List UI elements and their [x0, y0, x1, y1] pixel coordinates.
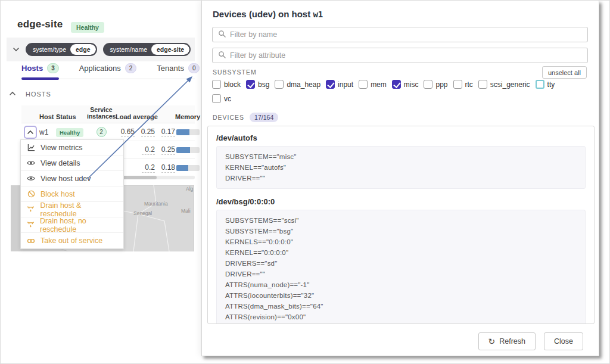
filter-by-attribute-input[interactable]: Filter by attribute	[212, 48, 588, 63]
subsystem-checkbox-dma_heap[interactable]: dma_heap	[275, 80, 320, 89]
checkbox[interactable]	[246, 80, 255, 89]
chevron-up-icon[interactable]	[9, 89, 16, 99]
map-label: Alg	[186, 186, 194, 192]
checkbox[interactable]	[453, 80, 462, 89]
tab-label: Tenants	[157, 64, 184, 73]
udev-drawer: Devices (udev) on host w1 Filter by name…	[201, 1, 599, 356]
col-header-instances: Service instances	[87, 107, 116, 120]
load-average-cell: 0.18	[156, 163, 175, 173]
collapse-row-button[interactable]	[24, 126, 37, 139]
device-attributes: SUBSYSTEMS=="scsi"SUBSYSTEM=="bsg"KERNEL…	[216, 210, 586, 324]
subsystem-checkbox-block[interactable]: block	[212, 80, 241, 89]
col-header-load: Load average	[116, 113, 175, 120]
instances-cell: 2	[87, 127, 116, 137]
map-label: Senegal	[133, 210, 152, 216]
subsystem-checkbox-tty[interactable]: tty	[536, 80, 555, 89]
tab-hosts[interactable]: Hosts3	[21, 63, 59, 79]
checkbox[interactable]	[275, 80, 284, 89]
subsystem-checkbox-scsi_generic[interactable]: scsi_generic	[478, 80, 530, 89]
device-name: /dev/autofs	[216, 133, 586, 142]
load-average-value: 0.25	[161, 145, 175, 155]
tab-count-badge: 2	[125, 63, 137, 73]
chevron-down-icon[interactable]	[13, 46, 20, 53]
status-badge: Healthy	[56, 128, 83, 137]
close-button[interactable]: Close	[544, 332, 583, 350]
subsystem-checkbox-rtc[interactable]: rtc	[453, 80, 473, 89]
menu-item-block-host[interactable]: Block host	[21, 186, 123, 202]
checkbox[interactable]	[478, 80, 487, 89]
menu-item-drain-host-reschedule[interactable]: Drain host & reschedule	[21, 202, 123, 217]
checkbox-label: scsi_generic	[490, 80, 530, 89]
checkbox[interactable]	[212, 80, 221, 89]
filter-chip-key: system/name	[104, 46, 151, 53]
subsystem-checkbox-bsg[interactable]: bsg	[246, 80, 269, 89]
checkbox-label: misc	[404, 80, 419, 89]
load-average-value: 0.2	[142, 145, 155, 155]
load-average-cell: 0.17	[156, 127, 175, 137]
col-header-status: Status	[56, 113, 87, 120]
eye-icon	[27, 160, 35, 166]
subsystem-checkbox-input[interactable]: input	[326, 80, 353, 89]
tab-count-badge: 3	[47, 63, 59, 73]
checkbox[interactable]	[326, 80, 335, 89]
subsystem-checkbox-vc[interactable]: vc	[212, 94, 231, 103]
devices-panel[interactable]: /dev/autofsSUBSYSTEM=="misc"KERNEL=="aut…	[207, 126, 595, 324]
checkbox[interactable]	[424, 80, 432, 89]
checkbox-label: mem	[371, 80, 387, 89]
checkbox-label: block	[224, 80, 241, 89]
chart-icon	[27, 144, 35, 151]
menu-item-view-host-udev[interactable]: View host udev	[21, 171, 123, 186]
checkbox-label: input	[338, 80, 353, 89]
menu-item-view-metrics[interactable]: View metrics	[21, 140, 123, 155]
col-header-host: Host	[39, 113, 56, 120]
menu-item-label: View metrics	[41, 144, 83, 152]
page-title: edge-site	[17, 18, 63, 30]
device-attribute-line: ATTRS(model)=="QEMU HARDDISK"	[225, 322, 577, 324]
tab-applications[interactable]: Applications2	[79, 63, 137, 79]
subsystem-checkbox-misc[interactable]: misc	[392, 80, 419, 89]
out-of-service-icon	[27, 238, 35, 244]
drawer-title: Devices (udev) on host w1	[213, 9, 323, 19]
refresh-button[interactable]: ↻ Refresh	[478, 332, 536, 350]
device-attribute-line: DRIVER==""	[225, 173, 577, 183]
tab-tenants[interactable]: Tenants0	[157, 63, 200, 79]
subsystem-checkbox-mem[interactable]: mem	[359, 80, 387, 89]
checkbox-label: tty	[547, 80, 555, 89]
tab-label: Hosts	[21, 64, 43, 73]
menu-item-view-details[interactable]: View details	[21, 155, 123, 171]
subsystem-checkbox-ppp[interactable]: ppp	[424, 80, 447, 89]
checkbox[interactable]	[359, 80, 368, 89]
unselect-all-button[interactable]: unselect all	[542, 66, 587, 79]
filter-chip-key: system/type	[27, 46, 70, 53]
filter-chip[interactable]: system/typeedge	[26, 43, 97, 56]
table-row[interactable]: w1Healthy20.650.250.17	[21, 123, 195, 141]
hosts-table-header: Host Status Service instances Load avera…	[21, 105, 195, 123]
device-attribute-line: KERNELS=="0:0:0:0"	[225, 237, 577, 247]
filter-chip[interactable]: system/nameedge-site	[103, 43, 191, 56]
drain-icon	[27, 206, 35, 213]
device-attribute-line: KERNEL=="autofs"	[225, 162, 577, 173]
checkbox[interactable]	[392, 80, 401, 89]
load-average-cell: 0.25	[136, 127, 155, 137]
map-label: Mauritania	[144, 201, 168, 207]
instances-badge: 2	[97, 127, 107, 137]
device-attribute-line: SUBSYSTEM=="bsg"	[225, 226, 577, 237]
status-cell: Healthy	[56, 128, 87, 136]
checkbox[interactable]	[536, 80, 544, 89]
tab-bar: Hosts3Applications2Tenants0	[21, 63, 195, 79]
load-average-cell: 0.25	[156, 145, 175, 155]
checkbox-label: rtc	[465, 80, 473, 89]
device-attribute-line: ATTRS(revision)=="0x00"	[225, 312, 577, 322]
host-code: w1	[313, 10, 323, 19]
filter-by-name-input[interactable]: Filter by name	[212, 27, 588, 42]
checkbox-label: vc	[224, 95, 231, 103]
menu-item-take-out-of-service[interactable]: Take out of service	[21, 233, 123, 248]
device-attribute-line: ATTRS(numa_node)=="-1"	[225, 279, 577, 290]
device-attribute-line: DRIVERS=="sd"	[225, 258, 577, 269]
memory-usage-bar	[176, 147, 200, 153]
refresh-icon: ↻	[488, 337, 496, 346]
menu-item-drain-host-no-reschedule[interactable]: Drain host, no reschedule	[21, 217, 123, 233]
checkbox[interactable]	[212, 94, 221, 103]
memory-usage-fill	[176, 147, 190, 153]
col-header-memory: Memory	[175, 113, 200, 120]
